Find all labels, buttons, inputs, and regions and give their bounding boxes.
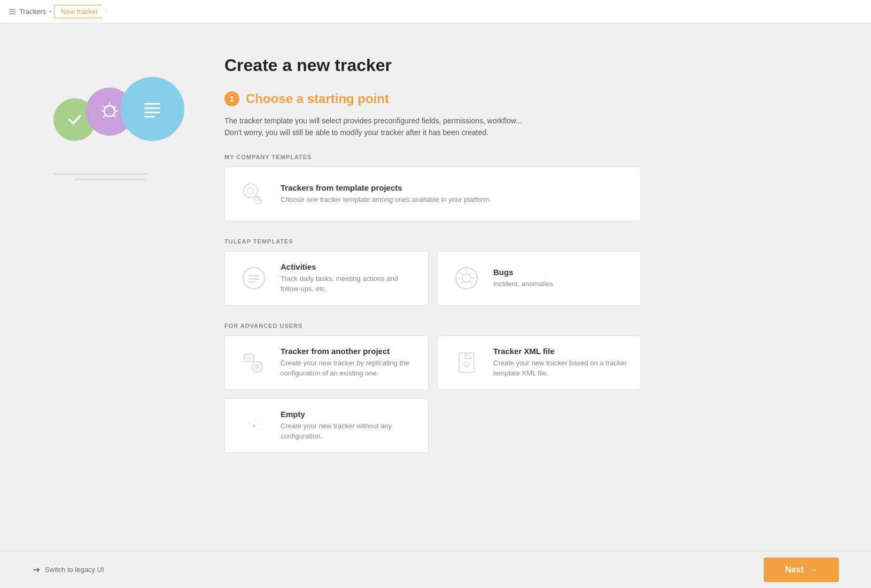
list-icon	[9, 8, 16, 15]
step-badge: 1	[224, 91, 239, 106]
svg-rect-13	[248, 278, 259, 280]
svg-rect-14	[248, 281, 256, 283]
svg-rect-4	[144, 103, 160, 105]
svg-point-28	[258, 428, 260, 430]
breadcrumb-trackers[interactable]: Trackers ▾	[9, 7, 52, 15]
switch-legacy-label: Switch to legacy UI	[45, 566, 104, 574]
advanced-users-label: FOR ADVANCED USERS	[224, 323, 641, 329]
template-projects-content: Trackers from template projects Choose o…	[281, 183, 628, 205]
step-title: Choose a starting point	[246, 91, 389, 106]
illustration-panel	[0, 56, 224, 470]
template-projects-desc: Choose one tracker template among ones a…	[281, 194, 628, 205]
svg-rect-0	[9, 9, 15, 10]
switch-legacy[interactable]: Switch to legacy UI	[32, 566, 104, 574]
bugs-desc: Incident, anomalies	[493, 279, 628, 289]
footer: Switch to legacy UI Next →	[0, 551, 871, 588]
svg-point-30	[253, 431, 255, 433]
svg-point-9	[247, 187, 254, 194]
svg-point-29	[253, 418, 255, 420]
svg-rect-21	[459, 353, 474, 372]
breadcrumb-parent[interactable]: Trackers	[19, 7, 46, 15]
template-projects-title: Trackers from template projects	[281, 183, 628, 192]
svg-rect-1	[9, 11, 15, 12]
svg-rect-18	[245, 355, 253, 360]
svg-point-27	[247, 428, 250, 430]
svg-rect-6	[144, 112, 160, 113]
circle-blue	[120, 77, 184, 141]
illustration	[43, 77, 182, 184]
next-button[interactable]: Next →	[764, 558, 839, 582]
empty-placeholder	[437, 398, 641, 453]
another-project-desc: Create your new tracker by replicating t…	[281, 358, 415, 379]
xml-file-icon: XML	[450, 347, 483, 379]
empty-title: Empty	[281, 410, 415, 419]
card-template-projects[interactable]: Trackers from template projects Choose o…	[224, 167, 641, 221]
tuleap-templates-row: Activities Track daily tasks, meeting ac…	[224, 251, 641, 305]
svg-rect-12	[248, 275, 259, 277]
card-empty[interactable]: Empty Create your new tracker without an…	[224, 398, 429, 453]
section-advanced-users: FOR ADVANCED USERS Tracker from anothe	[224, 323, 641, 453]
breadcrumb-dropdown[interactable]: ▾	[49, 9, 52, 14]
svg-point-24	[252, 424, 255, 427]
section-company-templates: MY COMPANY TEMPLATES Trackers from templ…	[224, 154, 641, 221]
content-area: Create a new tracker 1 Choose a starting…	[224, 56, 663, 470]
activities-content: Activities Track daily tasks, meeting ac…	[281, 262, 415, 294]
another-project-icon	[238, 347, 270, 379]
company-templates-label: MY COMPANY TEMPLATES	[224, 154, 641, 160]
empty-desc: Create your new tracker without any conf…	[281, 421, 415, 442]
tuleap-templates-label: TULEAP TEMPLATES	[224, 238, 641, 245]
svg-rect-7	[144, 116, 155, 117]
step-header: 1 Choose a starting point	[224, 91, 641, 106]
advanced-users-row1: Tracker from another project Create your…	[224, 335, 641, 390]
step-description: The tracker template you will select pro…	[224, 115, 641, 139]
activities-title: Activities	[281, 262, 415, 271]
empty-content: Empty Create your new tracker without an…	[281, 410, 415, 442]
svg-point-16	[462, 274, 471, 283]
xml-file-desc: Create your new tracker based on a track…	[493, 358, 628, 379]
card-bugs[interactable]: Bugs Incident, anomalies	[437, 251, 641, 305]
empty-icon	[238, 410, 270, 442]
bugs-title: Bugs	[493, 268, 628, 277]
svg-rect-2	[9, 13, 15, 14]
breadcrumb-current: New tracker	[54, 5, 107, 18]
xml-file-title: Tracker XML file	[493, 347, 628, 356]
xml-file-content: Tracker XML file Create your new tracker…	[493, 347, 628, 379]
svg-point-8	[244, 184, 258, 198]
advanced-users-row2: Empty Create your new tracker without an…	[224, 398, 641, 453]
activities-desc: Track daily tasks, meeting actions and f…	[281, 273, 415, 294]
next-arrow: →	[809, 565, 818, 575]
bugs-content: Bugs Incident, anomalies	[493, 268, 628, 289]
card-another-project[interactable]: Tracker from another project Create your…	[224, 335, 429, 390]
svg-rect-5	[144, 107, 160, 109]
bugs-icon	[450, 262, 483, 294]
switch-icon	[32, 566, 41, 574]
card-activities[interactable]: Activities Track daily tasks, meeting ac…	[224, 251, 429, 305]
section-tuleap-templates: TULEAP TEMPLATES Activities Track daily …	[224, 238, 641, 305]
svg-point-25	[247, 422, 250, 425]
breadcrumb-bar: Trackers ▾ New tracker	[0, 0, 871, 23]
page-title: Create a new tracker	[224, 56, 641, 75]
shadow-lines	[53, 173, 171, 184]
next-label: Next	[785, 565, 804, 575]
svg-text:XML: XML	[464, 364, 470, 367]
template-projects-icon	[238, 178, 270, 210]
another-project-content: Tracker from another project Create your…	[281, 347, 415, 379]
svg-point-26	[258, 422, 260, 425]
card-xml-file[interactable]: XML Tracker XML file Create your new tra…	[437, 335, 641, 390]
another-project-title: Tracker from another project	[281, 347, 415, 356]
activities-icon	[238, 262, 270, 294]
